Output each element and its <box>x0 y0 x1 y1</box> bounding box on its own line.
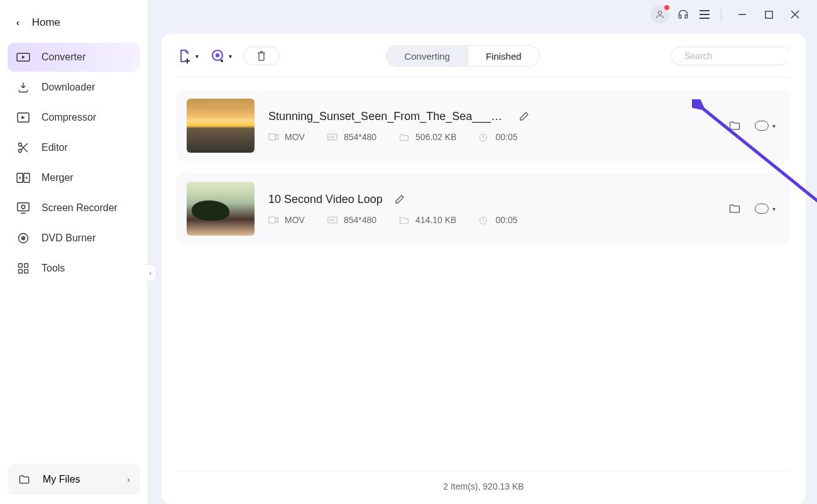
file-title: Stunning_Sunset_Seen_From_The_Sea___Ti..… <box>268 110 507 123</box>
nav-downloader[interactable]: Downloader <box>8 73 140 102</box>
file-list: Stunning_Sunset_Seen_From_The_Sea___Ti..… <box>177 90 791 244</box>
more-options-button[interactable]: ••• ▾ <box>755 121 776 131</box>
merge-icon <box>16 171 30 185</box>
add-disc-button[interactable]: ▾ <box>210 48 232 64</box>
chevron-down-icon: ▾ <box>772 123 776 129</box>
svg-point-7 <box>21 205 25 208</box>
duration-icon <box>479 133 489 141</box>
file-card: Stunning_Sunset_Seen_From_The_Sea___Ti..… <box>177 90 791 162</box>
nav-label: Screen Recorder <box>41 202 118 214</box>
nav-list: Converter Downloader Compressor Editor M… <box>8 43 140 283</box>
add-file-icon <box>177 48 193 64</box>
home-link[interactable]: ‹ Home <box>8 9 140 43</box>
file-resolution: 854*480 <box>344 215 376 225</box>
tab-converting[interactable]: Converting <box>387 46 468 66</box>
svg-rect-12 <box>25 264 28 268</box>
chevron-down-icon: ▾ <box>195 53 199 60</box>
compress-icon <box>16 111 30 124</box>
format-icon <box>268 133 278 141</box>
file-resolution: 854*480 <box>344 132 376 142</box>
svg-rect-23 <box>269 217 275 223</box>
recorder-icon <box>16 201 30 215</box>
menu-button[interactable] <box>697 7 712 22</box>
svg-rect-13 <box>19 270 23 273</box>
file-duration: 00:05 <box>495 215 517 225</box>
home-label: Home <box>32 16 60 29</box>
account-button[interactable] <box>650 5 669 24</box>
my-files-button[interactable]: My Files › <box>8 464 140 495</box>
back-icon: ‹ <box>16 18 19 28</box>
nav-merger[interactable]: Merger <box>8 163 140 192</box>
nav-label: DVD Burner <box>41 233 96 244</box>
svg-rect-11 <box>19 264 23 268</box>
folder-icon <box>18 473 31 486</box>
file-duration: 00:05 <box>495 132 517 142</box>
my-files-label: My Files <box>43 474 80 485</box>
search-input[interactable] <box>684 51 794 61</box>
open-folder-button[interactable] <box>728 203 741 214</box>
nav-screen-recorder[interactable]: Screen Recorder <box>8 194 140 222</box>
svg-point-2 <box>19 143 22 146</box>
size-icon <box>399 216 409 224</box>
nav-converter[interactable]: Converter <box>8 43 140 72</box>
nav-label: Merger <box>41 172 74 184</box>
main-area: ▾ ▾ Converting Finished <box>148 0 817 504</box>
svg-point-15 <box>658 11 661 14</box>
file-title: 10 Second Video Loop <box>268 193 383 206</box>
nav-label: Downloader <box>41 82 95 93</box>
content-panel: ▾ ▾ Converting Finished <box>162 34 806 504</box>
more-icon: ••• <box>755 121 769 131</box>
nav-editor[interactable]: Editor <box>8 133 140 162</box>
more-icon: ••• <box>755 204 769 214</box>
tab-finished[interactable]: Finished <box>468 46 539 66</box>
add-disc-icon <box>210 48 226 64</box>
svg-point-18 <box>216 54 219 57</box>
file-size: 414.10 KB <box>415 215 456 225</box>
svg-point-3 <box>19 150 22 153</box>
file-format: MOV <box>285 215 305 225</box>
thumbnail[interactable] <box>187 99 255 153</box>
file-size: 506.02 KB <box>415 132 456 142</box>
open-folder-button[interactable] <box>728 120 741 131</box>
sidebar: ‹ Home Converter Downloader Compressor E… <box>0 0 148 504</box>
search-box[interactable] <box>671 47 791 65</box>
nav-label: Editor <box>41 142 68 153</box>
svg-rect-16 <box>765 11 772 18</box>
rename-button[interactable] <box>518 111 530 122</box>
svg-rect-24 <box>328 217 337 223</box>
chevron-right-icon: › <box>127 474 130 485</box>
nav-dvd-burner[interactable]: DVD Burner <box>8 224 140 253</box>
svg-rect-14 <box>25 270 28 273</box>
rename-button[interactable] <box>394 194 405 205</box>
support-button[interactable] <box>676 7 691 22</box>
nav-label: Tools <box>41 263 65 274</box>
converter-icon <box>16 50 30 64</box>
toolbar: ▾ ▾ Converting Finished <box>177 45 791 77</box>
nav-tools[interactable]: Tools <box>8 254 140 283</box>
svg-point-10 <box>23 238 24 239</box>
thumbnail[interactable] <box>187 182 255 236</box>
titlebar <box>162 4 806 25</box>
size-icon <box>399 133 409 141</box>
grid-icon <box>16 261 30 275</box>
download-icon <box>16 80 30 94</box>
nav-label: Compressor <box>41 112 96 123</box>
svg-rect-6 <box>18 203 29 211</box>
add-file-button[interactable]: ▾ <box>177 48 199 64</box>
close-button[interactable] <box>787 7 803 22</box>
format-icon <box>268 216 278 224</box>
file-format: MOV <box>285 132 305 142</box>
more-options-button[interactable]: ••• ▾ <box>755 204 776 214</box>
resolution-icon <box>327 216 337 224</box>
maximize-button[interactable] <box>760 7 777 22</box>
disc-icon <box>16 231 30 245</box>
collapse-sidebar-button[interactable]: ‹ <box>145 264 156 282</box>
minimize-button[interactable] <box>734 7 750 22</box>
footer-summary: 2 Item(s), 920.13 KB <box>177 471 791 491</box>
duration-icon <box>479 216 489 224</box>
clear-list-button[interactable] <box>243 47 280 65</box>
status-tabs: Converting Finished <box>386 45 539 67</box>
svg-rect-21 <box>328 134 337 140</box>
nav-compressor[interactable]: Compressor <box>8 103 140 132</box>
chevron-down-icon: ▾ <box>229 53 232 60</box>
